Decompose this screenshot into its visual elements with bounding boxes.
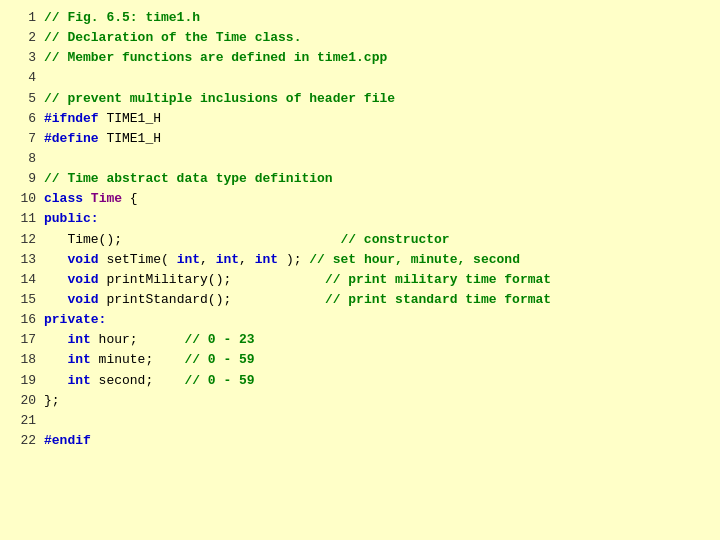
token: printMilitary(); — [99, 272, 232, 287]
token: // Declaration of the Time class. — [44, 30, 301, 45]
line-content: int minute; // 0 - 59 — [44, 350, 712, 370]
line-number: 1 — [8, 8, 36, 28]
code-line: 20}; — [8, 391, 712, 411]
token: }; — [44, 393, 60, 408]
token: // Fig. 6.5: time1.h — [44, 10, 200, 25]
token: void — [67, 252, 98, 267]
token — [122, 232, 340, 247]
line-content: // Time abstract data type definition — [44, 169, 712, 189]
line-content: // Declaration of the Time class. — [44, 28, 712, 48]
token: int — [67, 373, 90, 388]
token: , — [239, 252, 255, 267]
token: int — [255, 252, 278, 267]
code-line: 21 — [8, 411, 712, 431]
token: TIME1_H — [99, 111, 161, 126]
code-line: 15 void printStandard(); // print standa… — [8, 290, 712, 310]
token: minute; — [91, 352, 185, 367]
code-line: 1// Fig. 6.5: time1.h — [8, 8, 712, 28]
token: printStandard(); — [99, 292, 232, 307]
line-content — [44, 411, 712, 431]
line-content: int hour; // 0 - 23 — [44, 330, 712, 350]
line-number: 13 — [8, 250, 36, 270]
line-content: class Time { — [44, 189, 712, 209]
token: #endif — [44, 433, 91, 448]
line-number: 11 — [8, 209, 36, 229]
line-content: void setTime( int, int, int ); // set ho… — [44, 250, 712, 270]
line-content: #ifndef TIME1_H — [44, 109, 712, 129]
token: public: — [44, 211, 99, 226]
code-line: 10class Time { — [8, 189, 712, 209]
line-number: 12 — [8, 230, 36, 250]
token: #define — [44, 131, 99, 146]
token: // print standard time format — [325, 292, 551, 307]
line-number: 9 — [8, 169, 36, 189]
line-content: // Fig. 6.5: time1.h — [44, 8, 712, 28]
code-line: 17 int hour; // 0 - 23 — [8, 330, 712, 350]
token — [83, 191, 91, 206]
token: second; — [91, 373, 185, 388]
token: int — [177, 252, 200, 267]
token — [44, 373, 67, 388]
token: // prevent multiple inclusions of header… — [44, 91, 395, 106]
token — [44, 272, 67, 287]
token: // Time abstract data type definition — [44, 171, 333, 186]
token: ); — [278, 252, 309, 267]
line-number: 10 — [8, 189, 36, 209]
token: hour; — [91, 332, 185, 347]
line-number: 7 — [8, 129, 36, 149]
code-editor: 1// Fig. 6.5: time1.h2// Declaration of … — [0, 8, 720, 451]
line-number: 22 — [8, 431, 36, 451]
token: // print military time format — [325, 272, 551, 287]
token: void — [67, 272, 98, 287]
line-content: void printMilitary(); // print military … — [44, 270, 712, 290]
token: { — [122, 191, 138, 206]
code-line: 7#define TIME1_H — [8, 129, 712, 149]
code-line: 19 int second; // 0 - 59 — [8, 371, 712, 391]
token: setTime( — [99, 252, 177, 267]
code-line: 6#ifndef TIME1_H — [8, 109, 712, 129]
line-number: 16 — [8, 310, 36, 330]
code-line: 16private: — [8, 310, 712, 330]
token: int — [67, 332, 90, 347]
line-content: #define TIME1_H — [44, 129, 712, 149]
code-line: 13 void setTime( int, int, int ); // set… — [8, 250, 712, 270]
token: class — [44, 191, 83, 206]
code-line: 2// Declaration of the Time class. — [8, 28, 712, 48]
line-content: Time(); // constructor — [44, 230, 712, 250]
code-line: 9// Time abstract data type definition — [8, 169, 712, 189]
code-line: 4 — [8, 68, 712, 88]
token: private: — [44, 312, 106, 327]
code-line: 11public: — [8, 209, 712, 229]
line-number: 6 — [8, 109, 36, 129]
token — [44, 332, 67, 347]
code-line: 8 — [8, 149, 712, 169]
line-number: 18 — [8, 350, 36, 370]
token: #ifndef — [44, 111, 99, 126]
token: void — [67, 292, 98, 307]
token — [44, 352, 67, 367]
token: // constructor — [340, 232, 449, 247]
token — [231, 272, 325, 287]
line-number: 4 — [8, 68, 36, 88]
line-content: #endif — [44, 431, 712, 451]
line-content — [44, 149, 712, 169]
line-content: // Member functions are defined in time1… — [44, 48, 712, 68]
token: TIME1_H — [99, 131, 161, 146]
line-content: int second; // 0 - 59 — [44, 371, 712, 391]
line-number: 14 — [8, 270, 36, 290]
token — [44, 252, 67, 267]
code-line: 12 Time(); // constructor — [8, 230, 712, 250]
token: // set hour, minute, second — [309, 252, 520, 267]
line-number: 20 — [8, 391, 36, 411]
line-content — [44, 68, 712, 88]
line-content: void printStandard(); // print standard … — [44, 290, 712, 310]
code-line: 18 int minute; // 0 - 59 — [8, 350, 712, 370]
token — [231, 292, 325, 307]
line-number: 19 — [8, 371, 36, 391]
code-line: 3// Member functions are defined in time… — [8, 48, 712, 68]
token: // Member functions are defined in time1… — [44, 50, 387, 65]
line-content: public: — [44, 209, 712, 229]
token: // 0 - 59 — [184, 352, 254, 367]
code-line: 22#endif — [8, 431, 712, 451]
code-line: 5// prevent multiple inclusions of heade… — [8, 89, 712, 109]
